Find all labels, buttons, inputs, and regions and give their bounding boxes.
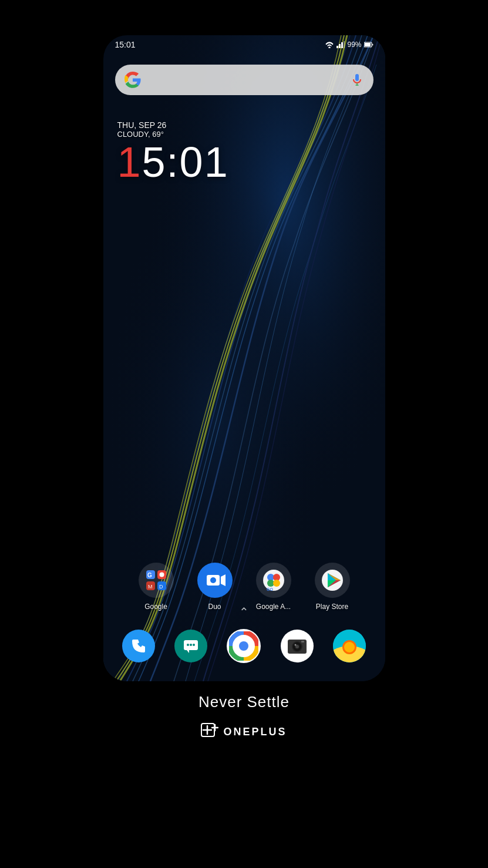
google-search-bar[interactable]: [115, 65, 373, 95]
svg-rect-5: [339, 44, 341, 48]
google-folder-icon: G M D: [143, 567, 169, 593]
svg-point-33: [193, 644, 195, 646]
svg-point-13: [159, 573, 164, 577]
svg-rect-43: [301, 641, 304, 642]
oneplus-logo: ONEPLUS: [201, 723, 287, 741]
svg-text:M: M: [148, 584, 153, 590]
tagline: Never Settle: [198, 693, 290, 711]
svg-point-21: [210, 577, 216, 583]
phone-icon: [130, 637, 147, 655]
dock-camera[interactable]: [281, 630, 314, 662]
app-grid: G M D Google: [103, 563, 385, 611]
wifi-icon: [325, 41, 334, 48]
clock-red-digit: 1: [117, 139, 142, 186]
svg-point-42: [294, 644, 296, 646]
app-duo-label: Duo: [208, 603, 221, 611]
chrome-icon: [229, 631, 258, 661]
weather-icon: [333, 630, 366, 662]
svg-point-3: [329, 47, 331, 49]
google-g-logo: [124, 72, 141, 88]
datetime-widget: THU, SEP 26 CLOUDY, 69° 15:01: [117, 120, 229, 183]
status-bar: 15:01 99%: [103, 35, 385, 54]
battery-icon: [364, 42, 373, 48]
dock-weather[interactable]: [333, 630, 366, 662]
phone-screen: 15:01 99%: [103, 35, 385, 681]
svg-rect-7: [344, 41, 345, 48]
weather-label: CLOUDY, 69°: [117, 130, 229, 139]
svg-text:D: D: [159, 584, 163, 590]
swipe-up-indicator[interactable]: ⌃: [239, 606, 249, 618]
app-google-assistant[interactable]: GO Google A...: [250, 563, 297, 611]
svg-point-31: [187, 644, 189, 646]
battery-percent: 99%: [347, 41, 361, 49]
chevron-up-icon: ⌃: [239, 606, 249, 618]
dock-messages[interactable]: [174, 630, 207, 662]
svg-text:GO: GO: [267, 587, 273, 591]
svg-text:G: G: [147, 572, 152, 578]
google-assistant-icon: GO: [261, 567, 287, 593]
svg-point-26: [273, 580, 280, 587]
svg-rect-4: [336, 46, 338, 48]
svg-point-32: [190, 644, 192, 646]
dock: [113, 623, 376, 669]
app-assistant-label: Google A...: [256, 603, 291, 611]
svg-point-36: [239, 641, 248, 651]
app-google[interactable]: G M D Google: [133, 563, 180, 611]
app-play-store[interactable]: Play Store: [309, 563, 356, 611]
app-google-label: Google: [144, 603, 167, 611]
status-icons: 99%: [325, 41, 373, 49]
oneplus-mark-icon: [201, 723, 218, 741]
app-play-store-label: Play Store: [316, 603, 348, 611]
play-store-icon: [319, 567, 345, 593]
svg-rect-6: [341, 42, 343, 48]
date-label: THU, SEP 26: [117, 120, 229, 130]
app-duo[interactable]: Duo: [191, 563, 238, 611]
clock-display: 15:01: [117, 141, 229, 183]
svg-point-46: [344, 642, 355, 652]
camera-icon: [287, 636, 307, 656]
oneplus-brand-text: ONEPLUS: [223, 726, 287, 738]
duo-icon: [204, 570, 226, 591]
clock-rest: 5:01: [142, 139, 229, 186]
status-time: 15:01: [115, 40, 136, 49]
branding-area: Never Settle ONEPLUS: [198, 693, 290, 741]
messages-icon: [182, 637, 200, 655]
signal-icon: [336, 41, 345, 48]
dock-phone[interactable]: [122, 630, 155, 662]
voice-search-icon[interactable]: [350, 73, 364, 87]
svg-rect-9: [365, 43, 371, 46]
dock-chrome[interactable]: [227, 629, 261, 663]
